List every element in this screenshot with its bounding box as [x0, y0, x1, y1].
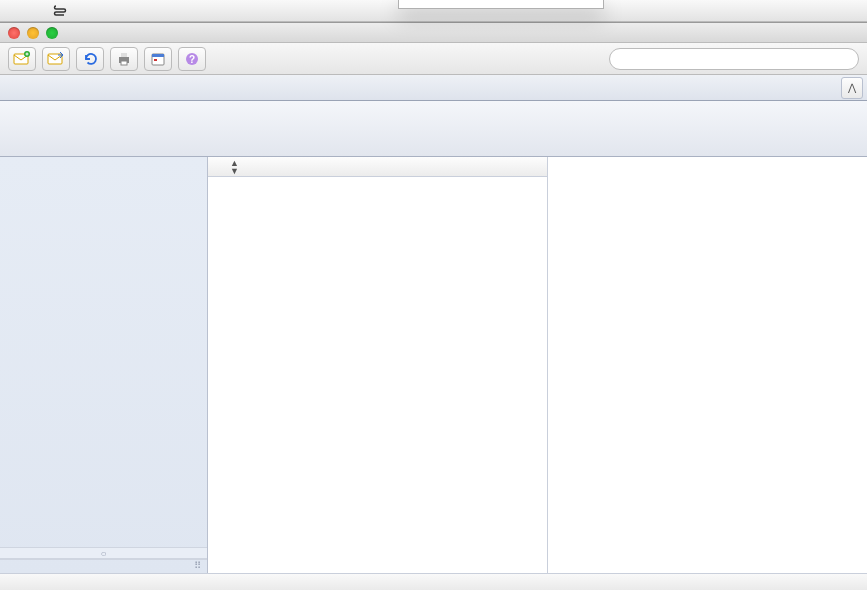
- smart-folders-header: [0, 157, 207, 171]
- compose-icon[interactable]: [8, 47, 36, 71]
- my-day-icon[interactable]: [144, 47, 172, 71]
- collapse-ribbon-button[interactable]: ⋀: [841, 77, 863, 99]
- window-titlebar: [0, 23, 867, 43]
- svg-rect-5: [121, 61, 127, 65]
- sidebar-splitter[interactable]: ○: [0, 547, 207, 559]
- ribbon-tabbar: ⋀: [0, 75, 867, 101]
- ribbon: [0, 101, 867, 157]
- status-bar: [0, 573, 867, 590]
- tools-menu-dropdown: [398, 0, 604, 9]
- script-menu-icon[interactable]: [44, 0, 76, 22]
- sidebar-resize-grip[interactable]: ⠿: [0, 559, 207, 573]
- help-icon[interactable]: ?: [178, 47, 206, 71]
- print-icon[interactable]: [110, 47, 138, 71]
- message-list-empty: [208, 177, 547, 573]
- svg-rect-8: [154, 59, 157, 61]
- app-menu[interactable]: [20, 0, 38, 22]
- search-input[interactable]: [609, 48, 859, 70]
- close-button[interactable]: [8, 27, 20, 39]
- traffic-lights: [8, 27, 58, 39]
- arrange-by-bar[interactable]: ▲▼: [208, 157, 547, 177]
- sort-toggle-icon[interactable]: ▲▼: [230, 159, 239, 175]
- outlook-window: ? ⋀ ○ ⠿ ▲▼: [0, 22, 867, 590]
- quick-access-toolbar: ?: [0, 43, 867, 75]
- undo-icon[interactable]: [76, 47, 104, 71]
- svg-rect-4: [121, 53, 127, 57]
- svg-text:?: ?: [189, 54, 195, 65]
- send-receive-icon[interactable]: [42, 47, 70, 71]
- zoom-button[interactable]: [46, 27, 58, 39]
- minimize-button[interactable]: [27, 27, 39, 39]
- reading-pane: [548, 157, 867, 573]
- message-list-pane: ▲▼: [208, 157, 548, 573]
- search-box: [609, 48, 859, 70]
- svg-rect-7: [152, 54, 164, 57]
- sidebar: ○ ⠿: [0, 157, 208, 573]
